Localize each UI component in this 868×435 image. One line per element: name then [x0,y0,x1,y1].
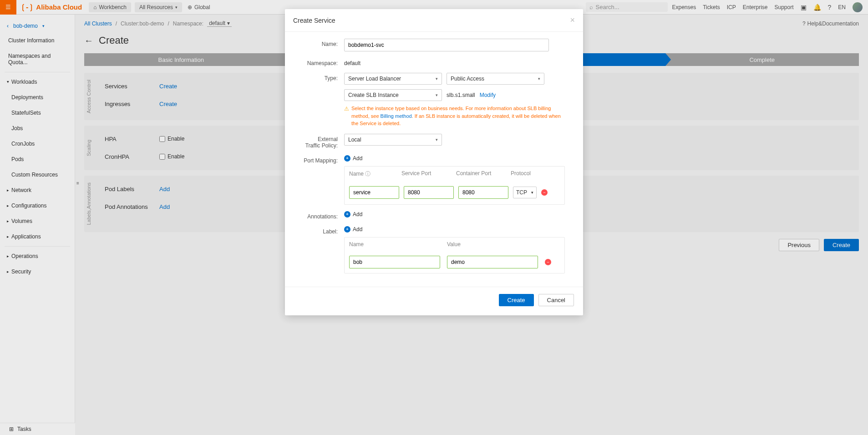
namespace-value: default [344,60,360,66]
label-value-input[interactable] [447,256,538,268]
slb-spec: slb.s1.small [447,92,475,98]
port-name-input[interactable] [349,186,399,199]
label-row: − [345,251,564,273]
chevron-down-icon: ▾ [436,93,438,97]
col-label-value: Value [447,241,461,248]
slb-modify-link[interactable]: Modify [480,92,496,98]
chevron-down-icon: ▾ [436,76,438,81]
label-type: Type: [303,73,344,81]
add-port-mapping[interactable]: + Add [344,155,565,162]
name-input[interactable] [344,39,549,51]
container-port-input[interactable] [458,186,508,199]
label-ext-traffic: External Traffic Policy: [303,134,344,149]
plus-icon: + [344,211,350,218]
label-namespace: Namespace: [303,58,344,66]
chevron-down-icon: ▾ [538,76,540,81]
modal-cancel-button[interactable]: Cancel [538,294,574,306]
col-label-name: Name [349,241,447,248]
chevron-down-icon: ▾ [436,137,438,142]
remove-port-icon[interactable]: − [541,189,548,196]
modal-create-button[interactable]: Create [499,294,534,306]
col-name: Name [349,171,364,177]
modal-title: Create Service [293,17,335,24]
close-icon[interactable]: × [570,15,575,25]
service-port-input[interactable] [404,186,454,199]
plus-icon: + [344,155,350,162]
label-port-mapping: Port Mapping: [303,155,344,164]
label-annotations: Annotations: [303,211,344,220]
type-select[interactable]: Server Load Balancer▾ [344,73,442,85]
add-label[interactable]: + Add [344,226,565,233]
label-name: Name: [303,39,344,47]
label-table: Name Value − [344,237,565,273]
create-service-modal: Create Service × Name: Namespace: defaul… [285,9,583,315]
billing-link[interactable]: Billing method [381,113,412,119]
label-name-input[interactable] [349,256,440,268]
ext-traffic-select[interactable]: Local▾ [344,134,442,146]
slb-warning: ⚠ Select the instance type based on busi… [344,105,565,127]
chevron-down-icon: ▾ [531,190,533,195]
modal-backdrop: Create Service × Name: Namespace: defaul… [0,0,868,435]
col-service-port: Service Port [401,170,456,178]
remove-label-icon[interactable]: − [545,259,551,265]
add-annotation[interactable]: + Add [344,211,565,218]
access-select[interactable]: Public Access▾ [447,73,544,85]
warning-icon: ⚠ [344,105,349,127]
protocol-select[interactable]: TCP▾ [513,187,537,198]
plus-icon: + [344,226,350,233]
label-label: Label: [303,226,344,235]
col-protocol: Protocol [511,170,538,178]
col-container-port: Container Port [456,170,511,178]
info-icon[interactable]: ⓘ [365,171,371,177]
port-mapping-table: Name ⓘ Service Port Container Port Proto… [344,166,565,205]
slb-action-select[interactable]: Create SLB Instance▾ [344,89,442,101]
port-mapping-row: TCP▾ − [345,182,564,204]
